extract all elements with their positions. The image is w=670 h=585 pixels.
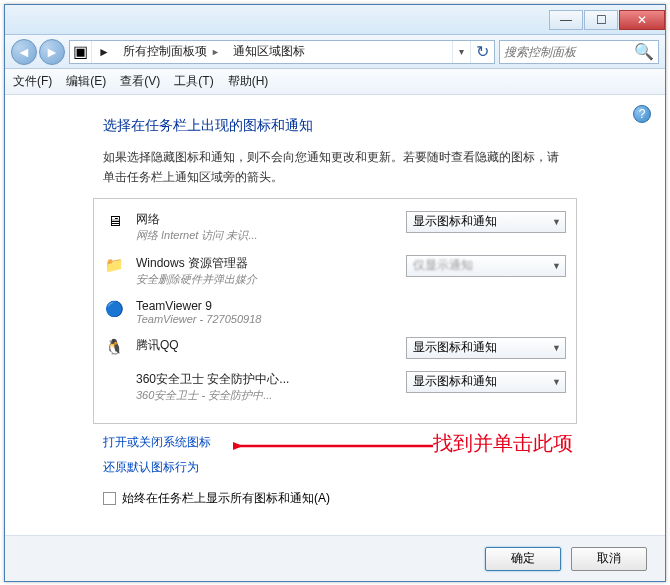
menu-view[interactable]: 查看(V) bbox=[120, 73, 160, 90]
list-item: 🖥 网络 网络 Internet 访问 未识... 显示图标和通知▼ bbox=[104, 205, 566, 249]
list-item: 🔵 TeamViewer 9 TeamViewer - 727050918 bbox=[104, 293, 566, 331]
list-item: 360安全卫士 安全防护中心... 360安全卫士 - 安全防护中... 显示图… bbox=[104, 365, 566, 409]
icon-list[interactable]: 🖥 网络 网络 Internet 访问 未识... 显示图标和通知▼ 📁 Win… bbox=[93, 198, 577, 424]
chevron-down-icon: ▼ bbox=[552, 261, 561, 271]
titlebar: — ☐ ✕ bbox=[5, 5, 665, 35]
teamviewer-icon: 🔵 bbox=[104, 299, 124, 319]
address-dropdown-icon[interactable]: ▾ bbox=[452, 41, 470, 63]
chevron-down-icon: ▼ bbox=[552, 377, 561, 387]
content-area: ? 选择在任务栏上出现的图标和通知 如果选择隐藏图标和通知，则不会向您通知更改和… bbox=[5, 95, 665, 535]
menubar: 文件(F) 编辑(E) 查看(V) 工具(T) 帮助(H) bbox=[5, 69, 665, 95]
ok-button[interactable]: 确定 bbox=[485, 547, 561, 571]
chevron-down-icon: ▼ bbox=[552, 343, 561, 353]
page-description: 如果选择隐藏图标和通知，则不会向您通知更改和更新。若要随时查看隐藏的图标，请单击… bbox=[103, 147, 567, 188]
behavior-dropdown[interactable]: 显示图标和通知▼ bbox=[406, 211, 566, 233]
annotation-text: 找到并单击此项 bbox=[433, 430, 573, 457]
network-icon: 🖥 bbox=[104, 211, 124, 231]
breadcrumb-all-items[interactable]: 所有控制面板项► bbox=[117, 41, 227, 63]
checkbox-label: 始终在任务栏上显示所有图标和通知(A) bbox=[122, 490, 330, 507]
minimize-button[interactable]: — bbox=[549, 10, 583, 30]
item-subtitle: TeamViewer - 727050918 bbox=[136, 313, 386, 325]
item-subtitle: 安全删除硬件并弹出媒介 bbox=[136, 272, 386, 287]
control-panel-window: — ☐ ✕ ◄ ► ▣ ► 所有控制面板项► 通知区域图标 ▾ ↻ 🔍 文件(F… bbox=[4, 4, 666, 582]
footer: 确定 取消 bbox=[5, 535, 665, 581]
navbar: ◄ ► ▣ ► 所有控制面板项► 通知区域图标 ▾ ↻ 🔍 bbox=[5, 35, 665, 69]
close-button[interactable]: ✕ bbox=[619, 10, 665, 30]
360-icon bbox=[104, 371, 124, 391]
control-panel-icon: ▣ bbox=[70, 41, 92, 63]
item-subtitle: 网络 Internet 访问 未识... bbox=[136, 228, 386, 243]
list-item: 📁 Windows 资源管理器 安全删除硬件并弹出媒介 仅显示通知▼ bbox=[104, 249, 566, 293]
item-name: 腾讯QQ bbox=[136, 337, 386, 354]
item-name: 网络 bbox=[136, 211, 386, 228]
behavior-dropdown[interactable]: 显示图标和通知▼ bbox=[406, 371, 566, 393]
cancel-button[interactable]: 取消 bbox=[571, 547, 647, 571]
always-show-checkbox[interactable] bbox=[103, 492, 116, 505]
breadcrumb-seg[interactable]: ► bbox=[92, 41, 117, 63]
maximize-button[interactable]: ☐ bbox=[584, 10, 618, 30]
annotation-arrow bbox=[233, 438, 443, 456]
search-box[interactable]: 🔍 bbox=[499, 40, 659, 64]
item-name: 360安全卫士 安全防护中心... bbox=[136, 371, 386, 388]
chevron-down-icon: ▼ bbox=[552, 217, 561, 227]
help-icon[interactable]: ? bbox=[633, 105, 651, 123]
search-input[interactable] bbox=[504, 45, 630, 59]
forward-button[interactable]: ► bbox=[39, 39, 65, 65]
qq-icon: 🐧 bbox=[104, 337, 124, 357]
item-name: Windows 资源管理器 bbox=[136, 255, 386, 272]
explorer-icon: 📁 bbox=[104, 255, 124, 275]
item-name: TeamViewer 9 bbox=[136, 299, 386, 313]
address-bar[interactable]: ▣ ► 所有控制面板项► 通知区域图标 ▾ ↻ bbox=[69, 40, 495, 64]
menu-tools[interactable]: 工具(T) bbox=[174, 73, 213, 90]
menu-file[interactable]: 文件(F) bbox=[13, 73, 52, 90]
system-icons-link[interactable]: 打开或关闭系统图标 bbox=[103, 434, 211, 451]
back-button[interactable]: ◄ bbox=[11, 39, 37, 65]
page-title: 选择在任务栏上出现的图标和通知 bbox=[103, 117, 637, 135]
behavior-dropdown[interactable]: 显示图标和通知▼ bbox=[406, 337, 566, 359]
behavior-dropdown[interactable]: 仅显示通知▼ bbox=[406, 255, 566, 277]
refresh-button[interactable]: ↻ bbox=[470, 41, 494, 63]
item-subtitle: 360安全卫士 - 安全防护中... bbox=[136, 388, 386, 403]
menu-help[interactable]: 帮助(H) bbox=[228, 73, 269, 90]
breadcrumb-notification-icons[interactable]: 通知区域图标 bbox=[227, 41, 312, 63]
restore-defaults-link[interactable]: 还原默认图标行为 bbox=[103, 459, 199, 476]
search-icon: 🔍 bbox=[634, 42, 654, 61]
list-item: 🐧 腾讯QQ 显示图标和通知▼ bbox=[104, 331, 566, 365]
menu-edit[interactable]: 编辑(E) bbox=[66, 73, 106, 90]
